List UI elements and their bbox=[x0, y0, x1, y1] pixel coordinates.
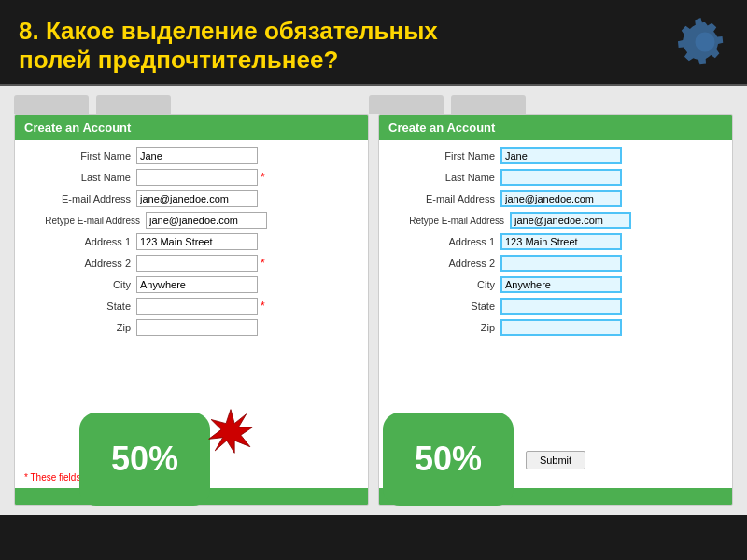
title-line2: полей предпочтительнее? bbox=[19, 46, 338, 74]
right-form-body: First Name Last Name E-mail Address Rety… bbox=[379, 140, 732, 443]
input-addr1-left[interactable] bbox=[136, 233, 258, 250]
title-line1: 8. Какое выделение обязательных bbox=[19, 17, 438, 45]
gear-icon bbox=[672, 9, 738, 75]
label-firstname-right: First Name bbox=[388, 150, 500, 161]
field-row-addr1-left: Address 1 bbox=[24, 233, 359, 250]
input-addr1-right[interactable] bbox=[500, 233, 622, 250]
label-state-right: State bbox=[388, 301, 500, 312]
field-row-retype-right: Retype E-mail Address bbox=[388, 212, 723, 229]
label-city-right: City bbox=[388, 279, 500, 290]
input-addr2-left[interactable] bbox=[136, 255, 258, 272]
field-row-addr1-right: Address 1 bbox=[388, 233, 723, 250]
field-row-city-left: City bbox=[24, 276, 359, 293]
field-row-firstname-left: First Name bbox=[24, 147, 359, 164]
left-tab-2 bbox=[96, 95, 171, 114]
right-tab-1 bbox=[369, 95, 444, 114]
page-title: 8. Какое выделение обязательных полей пр… bbox=[19, 17, 654, 75]
field-row-lastname-right: Last Name bbox=[388, 169, 723, 186]
label-firstname-left: First Name bbox=[24, 150, 136, 161]
label-city-left: City bbox=[24, 279, 136, 290]
input-email-right[interactable] bbox=[500, 190, 622, 207]
left-tab-1 bbox=[14, 95, 89, 114]
percent-badge-right: 50% bbox=[383, 413, 514, 506]
header-section: 8. Какое выделение обязательных полей пр… bbox=[0, 0, 747, 84]
label-zip-left: Zip bbox=[24, 322, 136, 333]
input-firstname-right[interactable] bbox=[500, 147, 622, 164]
label-addr2-left: Address 2 bbox=[24, 258, 136, 269]
left-tabs bbox=[14, 95, 359, 114]
input-state-right[interactable] bbox=[500, 298, 622, 315]
label-retype-right: Retype E-mail Address bbox=[388, 216, 510, 226]
input-retype-right[interactable] bbox=[510, 212, 631, 229]
label-addr1-left: Address 1 bbox=[24, 236, 136, 247]
label-retype-left: Retype E-mail Address bbox=[24, 216, 146, 226]
field-row-email-right: E-mail Address bbox=[388, 190, 723, 207]
input-retype-left[interactable] bbox=[146, 212, 267, 229]
right-tabs bbox=[369, 95, 714, 114]
field-row-zip-right: Zip bbox=[388, 319, 723, 336]
label-addr2-right: Address 2 bbox=[388, 258, 500, 269]
label-zip-right: Zip bbox=[388, 322, 500, 333]
field-row-addr2-right: Address 2 bbox=[388, 255, 723, 272]
label-lastname-right: Last Name bbox=[388, 172, 500, 183]
field-row-zip-left: Zip bbox=[24, 319, 359, 336]
input-state-left[interactable] bbox=[136, 298, 258, 315]
field-row-state-left: State * bbox=[24, 298, 359, 315]
right-tab-2 bbox=[451, 95, 526, 114]
svg-marker-0 bbox=[209, 410, 253, 454]
input-firstname-left[interactable] bbox=[136, 147, 258, 164]
required-star-addr2: * bbox=[261, 257, 265, 270]
right-form-header: Create an Account bbox=[379, 115, 732, 140]
label-email-right: E-mail Address bbox=[388, 193, 500, 204]
input-email-left[interactable] bbox=[136, 190, 258, 207]
input-addr2-right[interactable] bbox=[500, 255, 622, 272]
field-row-firstname-right: First Name bbox=[388, 147, 723, 164]
input-city-right[interactable] bbox=[500, 276, 622, 293]
percent-value-left: 50% bbox=[111, 440, 178, 479]
percent-value-right: 50% bbox=[415, 440, 482, 479]
input-zip-left[interactable] bbox=[136, 319, 258, 336]
content-area: Create an Account First Name Last Name *… bbox=[0, 86, 747, 515]
input-zip-right[interactable] bbox=[500, 319, 622, 336]
field-row-lastname-left: Last Name * bbox=[24, 169, 359, 186]
field-row-addr2-left: Address 2 * bbox=[24, 255, 359, 272]
input-lastname-right[interactable] bbox=[500, 169, 622, 186]
left-form-header: Create an Account bbox=[15, 115, 368, 140]
field-row-state-right: State bbox=[388, 298, 723, 315]
input-lastname-left[interactable] bbox=[136, 169, 258, 186]
label-addr1-right: Address 1 bbox=[388, 236, 500, 247]
input-city-left[interactable] bbox=[136, 276, 258, 293]
percent-badge-left: 50% bbox=[79, 413, 210, 506]
required-star-state: * bbox=[261, 300, 265, 313]
label-state-left: State bbox=[24, 301, 136, 312]
label-email-left: E-mail Address bbox=[24, 193, 136, 204]
label-lastname-left: Last Name bbox=[24, 172, 136, 183]
starburst-icon bbox=[207, 408, 254, 455]
required-star-lastname: * bbox=[261, 171, 265, 184]
field-row-city-right: City bbox=[388, 276, 723, 293]
field-row-email-left: E-mail Address bbox=[24, 190, 359, 207]
field-row-retype-left: Retype E-mail Address bbox=[24, 212, 359, 229]
submit-button[interactable]: Submit bbox=[526, 451, 585, 469]
